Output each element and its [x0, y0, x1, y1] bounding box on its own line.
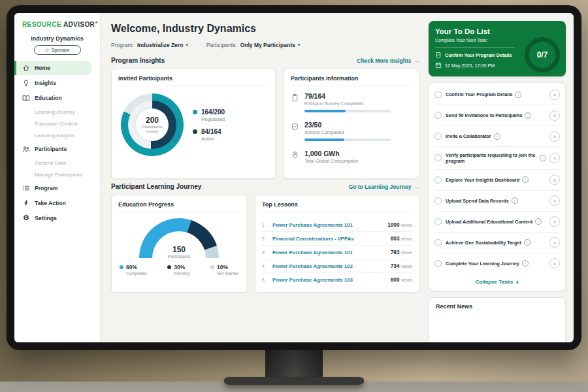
recent-news-header: Recent News: [429, 297, 566, 342]
task-label: Verify participants requesting to join t…: [446, 152, 537, 165]
stat-emission-survey: 79/164 Emission Survey Completed: [291, 92, 412, 112]
sidebar-item-take-action[interactable]: Take Action: [14, 196, 100, 210]
task-checkbox[interactable]: [434, 176, 442, 184]
legend-dot: [120, 265, 123, 269]
learning-journey-header: Participant Learning Journey Go to Learn…: [111, 183, 419, 190]
program-filter[interactable]: Program: Industrialize Zero ▾: [111, 42, 188, 48]
calendar-icon: [435, 62, 442, 69]
lesson-rank: 1: [262, 223, 268, 227]
lesson-rank: 3: [262, 250, 268, 255]
progress-bar: [304, 139, 391, 141]
lesson-link[interactable]: Power Purchase Agreements 101: [272, 250, 386, 255]
chevron-right-icon[interactable]: ›: [549, 216, 560, 227]
sponsor-badge[interactable]: ◎ Sponsor: [34, 45, 81, 55]
info-icon[interactable]: i: [535, 218, 542, 225]
sidebar-item-education[interactable]: Education: [14, 91, 100, 105]
sidebar-item-education-content[interactable]: Education Content: [14, 118, 100, 129]
legend-value: 10%: [217, 264, 228, 270]
task-checkbox[interactable]: [434, 260, 442, 267]
info-icon[interactable]: i: [524, 239, 531, 246]
info-icon[interactable]: i: [522, 176, 529, 183]
lesson-views: 793views: [391, 250, 412, 255]
info-icon[interactable]: i: [515, 91, 521, 98]
nav-label-learning-insights: Learning Insights: [35, 133, 74, 139]
participants-filter-label: Participants:: [206, 42, 237, 48]
learning-cards-row: Education Progress 150 Participants 60: [111, 195, 419, 293]
task-checkbox[interactable]: [434, 112, 442, 119]
sidebar-item-settings[interactable]: ⚙ Settings: [14, 211, 100, 225]
legend-item-completed: 60% Completed: [120, 264, 146, 276]
stat-value: 79/164: [304, 92, 391, 100]
task-row-explore-insights[interactable]: Explore Your Insights Dashboard i ›: [434, 170, 560, 191]
sidebar-item-home[interactable]: Home: [14, 61, 92, 75]
chevron-right-icon[interactable]: ›: [549, 131, 560, 142]
chevron-right-icon[interactable]: ›: [549, 153, 560, 163]
task-row-achieve-target[interactable]: Achieve One Sustainability Target i ›: [434, 233, 560, 253]
task-row-invite-collaborator[interactable]: Invite a Collaborator i ›: [434, 126, 560, 147]
lesson-row: 5 Power Purchase Agreements 103 600views: [262, 273, 412, 286]
task-label: Send 50 Invitations to Participants: [446, 112, 522, 118]
lesson-row: 4 Power Purchase Agreements 102 734views: [262, 259, 412, 273]
sidebar-item-insights[interactable]: Insights: [14, 76, 100, 90]
lesson-link[interactable]: Financial Considerations - VPPAs: [272, 236, 386, 242]
gauge-center: 150 Participants: [139, 246, 219, 259]
legend-label: Not Started: [217, 271, 238, 276]
info-icon[interactable]: i: [522, 260, 529, 267]
task-row-confirm-program[interactable]: Confirm Your Program Details i ›: [434, 84, 560, 105]
lesson-link[interactable]: Power Purchase Agreements 101: [272, 222, 383, 228]
task-row-upload-educational-content[interactable]: Upload Additional Educational Content i …: [434, 212, 560, 233]
sidebar-item-learning-insights[interactable]: Learning Insights: [14, 129, 100, 141]
task-checkbox[interactable]: [434, 218, 442, 225]
card-title: Participants Information: [291, 75, 412, 86]
card-title: Education Progress: [118, 201, 240, 212]
lesson-link[interactable]: Power Purchase Agreements 102: [272, 263, 386, 269]
sidebar-item-participants[interactable]: Participants: [14, 142, 100, 156]
chevron-right-icon[interactable]: ›: [549, 174, 560, 185]
nav-label-education-content: Education Content: [35, 121, 78, 127]
legend-dot: [167, 265, 171, 269]
legend-item-not-started: 10% Not Started: [210, 264, 238, 276]
todo-progress-value: 0/7: [537, 50, 548, 59]
task-checkbox[interactable]: [434, 239, 442, 246]
legend-value: 84/164: [201, 128, 221, 135]
info-icon[interactable]: i: [512, 197, 518, 204]
sidebar-item-manage-participants[interactable]: Manage Participants: [14, 169, 100, 180]
task-row-send-invitations[interactable]: Send 50 Invitations to Participants i ›: [434, 105, 560, 126]
chevron-right-icon[interactable]: ›: [549, 90, 560, 100]
legend-label: Active: [201, 136, 221, 142]
chevron-right-icon[interactable]: ›: [549, 110, 560, 121]
top-lessons-card: Top Lessons 1 Power Purchase Agreements …: [255, 195, 419, 293]
task-checkbox[interactable]: [434, 197, 442, 204]
stat-label: Emission Survey Completed: [304, 101, 391, 106]
chevron-right-icon[interactable]: ›: [549, 258, 560, 269]
info-icon[interactable]: i: [494, 133, 500, 140]
checklist-icon: [291, 122, 299, 130]
task-checkbox[interactable]: [434, 133, 442, 140]
bolt-icon: [22, 199, 30, 207]
task-row-upload-spend-data[interactable]: Upload Spend Data Records i ›: [434, 191, 560, 212]
chevron-right-icon[interactable]: ›: [549, 237, 560, 248]
check-more-insights-link[interactable]: Check More Insights →: [357, 57, 419, 64]
chevron-down-icon: ▾: [186, 42, 188, 48]
chevron-right-icon[interactable]: ›: [549, 195, 560, 206]
lesson-row: 2 Financial Considerations - VPPAs 803vi…: [262, 232, 412, 246]
info-icon[interactable]: i: [540, 155, 546, 161]
go-to-learning-journey-link[interactable]: Go to Learning Journey →: [349, 184, 419, 190]
info-icon[interactable]: i: [525, 112, 531, 119]
logo-plus: +: [95, 20, 98, 25]
sidebar-item-general-data[interactable]: General Data: [14, 157, 100, 169]
legend-dot: [210, 265, 214, 269]
task-row-complete-learning-journey[interactable]: Complete Your Learning Journey i ›: [434, 253, 560, 274]
nav-label-take-action: Take Action: [35, 200, 66, 206]
participants-filter-value: Only My Participants: [240, 42, 295, 48]
collapse-tasks-link[interactable]: Collapse Tasks∧: [434, 274, 560, 288]
task-checkbox[interactable]: [434, 91, 442, 98]
task-row-verify-participants[interactable]: Verify participants requesting to join t…: [434, 147, 560, 170]
lesson-link[interactable]: Power Purchase Agreements 103: [272, 277, 386, 283]
page-title: Welcome, Industry Dynamics: [111, 23, 419, 35]
task-checkbox[interactable]: [434, 154, 442, 161]
sidebar-item-learning-journey[interactable]: Learning Journey: [14, 106, 100, 118]
participants-filter[interactable]: Participants: Only My Participants ▾: [206, 42, 300, 48]
sidebar-item-program[interactable]: Program: [14, 181, 100, 195]
todo-next-task[interactable]: Confirm Your Program Details: [435, 47, 515, 58]
